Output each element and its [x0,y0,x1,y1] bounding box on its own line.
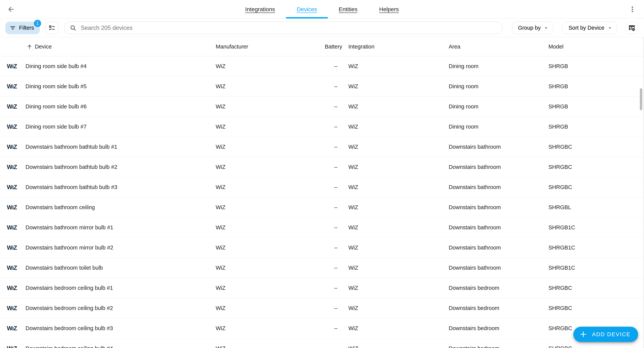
device-area: Downstairs bathroom [449,245,548,251]
wiz-logo-icon: WıZ [7,144,17,150]
column-header-area[interactable]: Area [449,43,548,50]
device-name: Dining room side bulb #4 [26,63,216,69]
table-row[interactable]: WıZ Downstairs bathroom mirror bulb #2 W… [0,238,644,258]
wiz-logo-icon: WıZ [7,184,17,190]
device-area: Downstairs bedroom [449,305,548,311]
column-header-battery[interactable]: Battery [325,43,348,50]
device-model: SHRGBC [548,345,644,348]
device-manufacturer: WiZ [216,285,325,291]
table-row[interactable]: WıZ Downstairs bathroom ceiling WiZ – Wi… [0,197,644,218]
device-model: SHRGBC [548,144,644,150]
device-integration: WiZ [348,184,449,190]
device-integration: WiZ [348,103,449,110]
device-area: Downstairs bedroom [449,285,548,291]
device-battery: – [325,325,348,332]
device-integration: WiZ [348,204,449,211]
device-name: Downstairs bedroom ceiling bulb #2 [26,305,216,311]
device-integration: WiZ [348,345,449,348]
group-by-label: Group by [518,25,541,31]
wiz-logo-icon: WıZ [7,325,17,331]
tab-devices[interactable]: Devices [286,0,328,18]
tab-helpers[interactable]: Helpers [368,0,410,18]
arrow-left-icon [7,5,15,13]
tab-bar: Integrations Devices Entities Helpers [234,0,410,18]
overflow-menu-button[interactable] [628,5,637,14]
table-row[interactable]: WıZ Downstairs bathroom bathtub bulb #3 … [0,177,644,197]
device-manufacturer: WiZ [216,63,325,69]
device-table-body: WıZ Dining room side bulb #4 WiZ – WiZ D… [0,56,644,348]
device-battery: – [325,184,348,190]
table-header-row: Device Manufacturer Battery Integration … [0,37,644,56]
device-area: Downstairs bedroom [449,325,548,332]
add-device-label: ADD DEVICE [592,331,630,338]
device-name: Dining room side bulb #7 [26,124,216,130]
device-integration: WiZ [348,124,449,130]
column-header-model[interactable]: Model [548,43,644,50]
table-row[interactable]: WıZ Downstairs bathroom toilet bulb WiZ … [0,258,644,278]
device-model: SHRGB [548,83,644,90]
device-battery: – [325,144,348,150]
device-battery: – [325,83,348,90]
device-manufacturer: WiZ [216,124,325,130]
vertical-scrollbar-thumb[interactable] [640,88,642,110]
column-header-device[interactable]: Device [26,43,216,50]
filters-button[interactable]: Filters 1 [5,22,40,34]
device-name: Downstairs bathroom ceiling [26,204,216,211]
device-battery: – [325,103,348,110]
device-battery: – [325,305,348,311]
device-model: SHRGBC [548,164,644,170]
tab-integrations[interactable]: Integrations [234,0,286,18]
device-manufacturer: WiZ [216,164,325,170]
wiz-logo-icon: WıZ [7,265,17,271]
table-row[interactable]: WıZ Downstairs bathroom bathtub bulb #1 … [0,137,644,157]
selection-mode-button[interactable] [46,22,58,34]
device-name: Dining room side bulb #5 [26,83,216,90]
back-button[interactable] [7,5,15,13]
add-device-button[interactable]: ADD DEVICE [574,327,638,342]
table-row[interactable]: WıZ Dining room side bulb #4 WiZ – WiZ D… [0,56,644,76]
table-row[interactable]: WıZ Dining room side bulb #6 WiZ – WiZ D… [0,97,644,117]
device-area: Downstairs bathroom [449,204,548,211]
device-model: SHRGB1C [548,245,644,251]
wiz-logo-icon: WıZ [7,245,17,251]
device-name: Dining room side bulb #6 [26,103,216,110]
search-field [64,22,502,34]
device-area: Dining room [449,103,548,110]
device-battery: – [325,124,348,130]
device-area: Downstairs bathroom [449,164,548,170]
device-name: Downstairs bathroom mirror bulb #2 [26,245,216,251]
device-model: SHRGB [548,63,644,69]
sort-by-label: Sort by Device [568,25,604,31]
column-header-manufacturer[interactable]: Manufacturer [216,43,325,50]
search-input[interactable] [81,24,497,31]
table-row[interactable]: WıZ Downstairs bathroom bathtub bulb #2 … [0,157,644,177]
device-battery: – [325,224,348,231]
device-integration: WiZ [348,164,449,170]
device-model: SHRGB [548,103,644,110]
wiz-logo-icon: WıZ [7,63,17,69]
device-integration: WiZ [348,144,449,150]
table-settings-button[interactable] [626,22,638,34]
device-model: SHRGBC [548,184,644,190]
table-row[interactable]: WıZ Downstairs bedroom ceiling bulb #1 W… [0,278,644,298]
table-row[interactable]: WıZ Downstairs bathroom mirror bulb #1 W… [0,218,644,238]
table-row[interactable]: WıZ Downstairs bedroom ceiling bulb #4 W… [0,339,644,348]
search-icon [70,24,76,31]
column-header-integration[interactable]: Integration [348,43,449,50]
table-row[interactable]: WıZ Dining room side bulb #7 WiZ – WiZ D… [0,117,644,137]
device-integration: WiZ [348,265,449,271]
device-area: Downstairs bathroom [449,224,548,231]
device-integration: WiZ [348,63,449,69]
table-row[interactable]: WıZ Downstairs bedroom ceiling bulb #2 W… [0,298,644,318]
group-by-dropdown[interactable]: Group by [512,22,554,34]
device-name: Downstairs bathroom toilet bulb [26,265,216,271]
device-model: SHRGBC [548,285,644,291]
device-manufacturer: WiZ [216,184,325,190]
sort-by-dropdown[interactable]: Sort by Device [562,22,617,34]
table-row[interactable]: WıZ Downstairs bedroom ceiling bulb #3 W… [0,318,644,339]
tab-entities[interactable]: Entities [328,0,368,18]
device-integration: WiZ [348,325,449,332]
checklist-icon [48,24,56,31]
device-name: Downstairs bathroom mirror bulb #1 [26,224,216,231]
table-row[interactable]: WıZ Dining room side bulb #5 WiZ – WiZ D… [0,76,644,97]
